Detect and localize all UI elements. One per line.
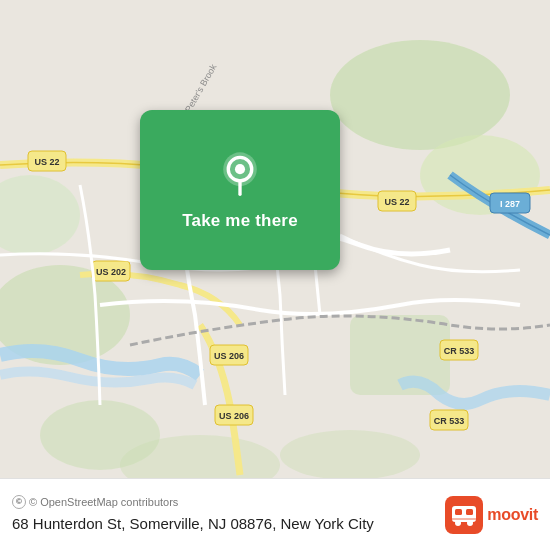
- app-container: US 22 US 22 I 287 US 202 US 206 US 206 C…: [0, 0, 550, 550]
- svg-text:CR 533: CR 533: [434, 416, 465, 426]
- svg-text:I 287: I 287: [500, 199, 520, 209]
- svg-text:US 22: US 22: [384, 197, 409, 207]
- svg-point-34: [467, 520, 473, 526]
- osm-credit: © © OpenStreetMap contributors: [12, 495, 433, 509]
- svg-text:US 202: US 202: [96, 267, 126, 277]
- bottom-bar-info: © © OpenStreetMap contributors 68 Hunter…: [12, 495, 433, 534]
- map-svg: US 22 US 22 I 287 US 202 US 206 US 206 C…: [0, 0, 550, 550]
- address-text: 68 Hunterdon St, Somerville, NJ 08876, N…: [12, 513, 433, 534]
- svg-text:CR 533: CR 533: [444, 346, 475, 356]
- svg-rect-31: [455, 509, 462, 515]
- location-pin-icon: [214, 149, 266, 201]
- osm-credit-text: © OpenStreetMap contributors: [29, 496, 178, 508]
- svg-point-33: [455, 520, 461, 526]
- svg-point-1: [330, 40, 510, 150]
- moovit-logo: moovit: [445, 496, 538, 534]
- svg-point-28: [235, 164, 245, 174]
- svg-rect-32: [466, 509, 473, 515]
- map-background: US 22 US 22 I 287 US 202 US 206 US 206 C…: [0, 0, 550, 550]
- svg-text:US 206: US 206: [219, 411, 249, 421]
- svg-text:US 206: US 206: [214, 351, 244, 361]
- moovit-bus-icon: [445, 496, 483, 534]
- svg-point-8: [280, 430, 420, 480]
- svg-rect-35: [452, 518, 476, 520]
- take-me-there-label: Take me there: [182, 211, 298, 231]
- take-me-there-button[interactable]: Take me there: [140, 110, 340, 270]
- svg-text:US 22: US 22: [34, 157, 59, 167]
- bottom-bar: © © OpenStreetMap contributors 68 Hunter…: [0, 478, 550, 550]
- moovit-wordmark: moovit: [487, 506, 538, 524]
- copyright-symbol: ©: [12, 495, 26, 509]
